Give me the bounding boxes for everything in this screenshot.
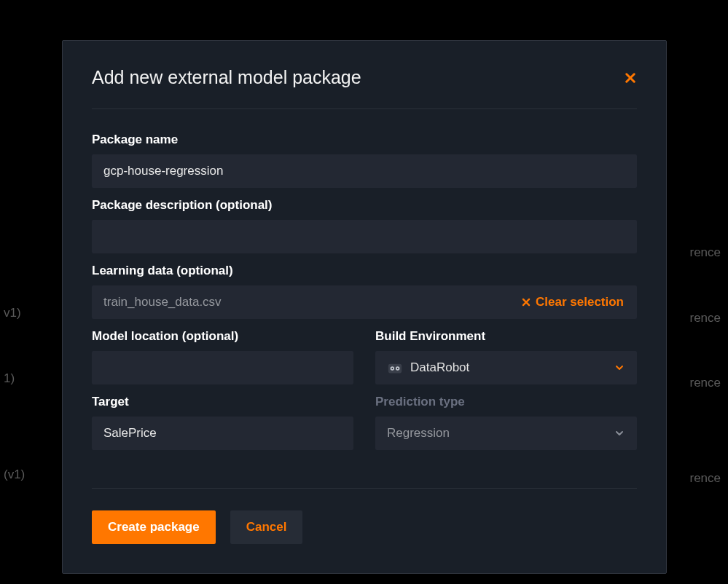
close-icon[interactable] xyxy=(624,71,637,84)
label-build-environment: Build Environment xyxy=(375,329,637,344)
label-package-description: Package description (optional) xyxy=(92,198,637,213)
field-package-name: Package name xyxy=(92,133,637,188)
field-learning-data: Learning data (optional) train_house_dat… xyxy=(92,264,637,319)
prediction-type-value: Regression xyxy=(387,426,450,441)
modal-title: Add new external model package xyxy=(92,67,361,88)
field-package-description: Package description (optional) xyxy=(92,198,637,253)
svg-point-6 xyxy=(396,367,399,370)
field-build-environment: Build Environment DataRobot xyxy=(375,329,637,384)
field-target: Target xyxy=(92,395,353,450)
modal-header: Add new external model package xyxy=(92,67,637,109)
build-environment-value: DataRobot xyxy=(410,360,469,375)
modal-add-package: Add new external model package Package n… xyxy=(62,40,667,574)
clear-selection-label: Clear selection xyxy=(536,295,624,309)
cancel-button[interactable]: Cancel xyxy=(230,510,303,544)
background-text: v1) xyxy=(4,306,21,320)
field-model-location: Model location (optional) xyxy=(92,329,353,384)
input-target[interactable] xyxy=(92,417,353,450)
datarobot-icon xyxy=(387,361,403,374)
svg-point-5 xyxy=(391,367,394,370)
label-target: Target xyxy=(92,395,353,409)
learning-data-filename: train_house_data.csv xyxy=(103,295,521,309)
label-model-location: Model location (optional) xyxy=(92,329,353,344)
create-package-button[interactable]: Create package xyxy=(92,510,216,544)
field-prediction-type: Prediction type Regression xyxy=(375,395,637,450)
select-build-environment[interactable]: DataRobot xyxy=(375,351,637,384)
input-model-location[interactable] xyxy=(92,351,353,384)
label-package-name: Package name xyxy=(92,133,637,147)
file-chooser-learning-data[interactable]: train_house_data.csv Clear selection xyxy=(92,285,637,319)
background-text: 1) xyxy=(4,371,15,386)
background-text: rence xyxy=(689,245,721,260)
background-text: (v1) xyxy=(4,467,25,482)
x-icon xyxy=(521,297,531,307)
svg-rect-4 xyxy=(388,364,402,374)
background-text: rence xyxy=(689,376,721,390)
chevron-down-icon xyxy=(614,362,625,374)
background-text: rence xyxy=(689,471,721,486)
chevron-down-icon xyxy=(614,427,625,439)
modal-footer: Create package Cancel xyxy=(92,488,637,544)
label-prediction-type: Prediction type xyxy=(375,395,637,409)
clear-selection-link[interactable]: Clear selection xyxy=(521,295,624,309)
input-package-description[interactable] xyxy=(92,220,637,253)
input-package-name[interactable] xyxy=(92,154,637,188)
select-prediction-type[interactable]: Regression xyxy=(375,417,637,450)
background-text: rence xyxy=(689,311,721,325)
label-learning-data: Learning data (optional) xyxy=(92,264,637,278)
